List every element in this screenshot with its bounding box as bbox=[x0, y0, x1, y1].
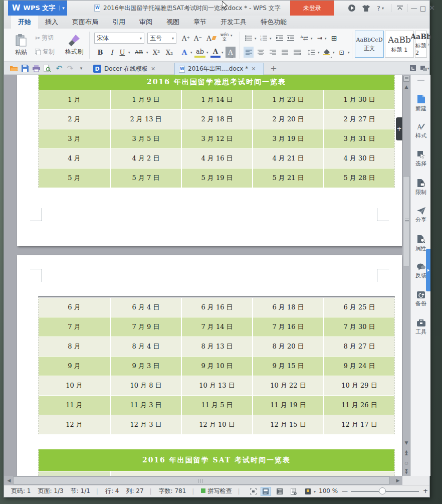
table-cell[interactable]: 4 月 2 日 bbox=[110, 149, 181, 168]
table-cell[interactable]: 1 月 14 日 bbox=[181, 90, 252, 109]
table-cell[interactable]: 3 月 12 日 bbox=[181, 129, 252, 148]
scroll-down-icon[interactable]: ▼ bbox=[402, 439, 410, 447]
table-cell[interactable]: 10 月 22 日 bbox=[252, 376, 323, 395]
italic-button[interactable]: I bbox=[107, 47, 116, 58]
table-cell[interactable]: 7 月 30 日 bbox=[323, 317, 394, 337]
table-cell[interactable]: 8 月 13 日 bbox=[181, 337, 252, 356]
insert-table-icon[interactable]: ⊞ bbox=[329, 33, 339, 44]
subscript-button[interactable]: X₂ bbox=[163, 47, 175, 58]
table-cell[interactable]: 1 月 bbox=[39, 90, 110, 109]
table-cell[interactable]: 7 月 16 日 bbox=[252, 317, 323, 337]
styles-gallery-expand-icon[interactable]: › bbox=[427, 42, 429, 47]
table-cell[interactable]: 6 月 4 日 bbox=[110, 298, 181, 317]
table-cell[interactable]: 12 月 10 日 bbox=[181, 415, 252, 434]
table-cell[interactable]: 9 月 24 日 bbox=[323, 357, 394, 376]
tab-insert[interactable]: 插入 bbox=[38, 16, 65, 29]
table-cell[interactable]: 4 月 21 日 bbox=[252, 149, 323, 168]
vertical-scroll-thumb[interactable] bbox=[403, 176, 410, 266]
chevron-down-icon[interactable]: ▾ bbox=[348, 51, 350, 55]
table-cell[interactable]: 11 月 19 日 bbox=[252, 396, 323, 415]
bold-button[interactable]: B bbox=[95, 47, 105, 58]
web-layout-icon[interactable] bbox=[289, 487, 299, 496]
cut-button[interactable]: ✂剪切 bbox=[35, 34, 54, 42]
select-browse-object-icon[interactable]: ○ bbox=[402, 459, 410, 467]
next-page-icon[interactable]: ▼▼ bbox=[402, 468, 410, 476]
chevron-down-icon[interactable]: ▾ bbox=[270, 37, 272, 41]
table-cell[interactable]: 2 月 20 日 bbox=[252, 110, 323, 129]
table-cell[interactable]: 10 月 bbox=[39, 376, 110, 395]
paragraph-dialog-launcher-icon[interactable] bbox=[329, 55, 332, 58]
font-family-select[interactable]: 宋体▾ bbox=[94, 33, 144, 44]
decrease-indent-button[interactable] bbox=[275, 33, 285, 44]
align-center-button[interactable] bbox=[256, 47, 266, 58]
table-cell[interactable]: 8 月 27 日 bbox=[323, 337, 394, 356]
close-tab-icon[interactable]: ✕ bbox=[251, 66, 256, 72]
status-word-count[interactable]: 字数: 781 bbox=[159, 487, 186, 495]
chevron-down-icon[interactable]: ▾ bbox=[231, 34, 233, 38]
zoom-in-button[interactable]: + bbox=[423, 487, 428, 494]
sidebar-item-share[interactable]: 分享 bbox=[411, 207, 431, 230]
save-icon[interactable] bbox=[20, 63, 30, 73]
table-cell[interactable]: 5 月 21 日 bbox=[252, 169, 323, 188]
table-cell[interactable]: 9 月 10 日 bbox=[181, 357, 252, 376]
table-cell[interactable]: 9 月 bbox=[39, 357, 110, 376]
table-cell[interactable]: 11 月 bbox=[39, 396, 110, 415]
borders-button[interactable]: ⊡ bbox=[337, 47, 347, 58]
close-tab-icon[interactable]: ✕ bbox=[151, 66, 155, 72]
redo-icon[interactable]: ↷ bbox=[65, 63, 75, 73]
table-cell[interactable]: 3 月 31 日 bbox=[323, 129, 394, 148]
table-cell[interactable]: 8 月 4 日 bbox=[110, 337, 181, 356]
table-cell[interactable]: 2 月 27 日 bbox=[323, 110, 394, 129]
superscript-button[interactable]: X² bbox=[150, 47, 162, 58]
open-file-icon[interactable] bbox=[9, 63, 19, 73]
tab-docer[interactable]: D Docer-在线模板 ✕ bbox=[89, 63, 174, 75]
scroll-up-icon[interactable]: ▲ bbox=[402, 83, 410, 91]
tab-page-layout[interactable]: 页面布局 bbox=[65, 16, 105, 29]
page-view-icon[interactable] bbox=[261, 487, 271, 496]
status-pages[interactable]: 页面: 1/3 bbox=[38, 487, 64, 495]
close-button[interactable]: ✕ bbox=[426, 1, 438, 16]
table-cell[interactable]: 6 月 25 日 bbox=[323, 298, 394, 317]
chevron-down-icon[interactable]: ▾ bbox=[318, 51, 320, 55]
table-cell[interactable]: 9 月 15 日 bbox=[252, 357, 323, 376]
table-cell[interactable]: 12 月 bbox=[39, 415, 110, 434]
chevron-down-icon[interactable]: ▾ bbox=[222, 51, 224, 55]
help-button[interactable]: ?▾ bbox=[373, 1, 388, 16]
zoom-out-button[interactable]: — bbox=[342, 487, 348, 494]
table-cell[interactable]: 7 月 14 日 bbox=[181, 317, 252, 337]
status-section[interactable]: 节: 1/1 bbox=[71, 487, 90, 495]
copy-button[interactable]: 复制 bbox=[35, 48, 55, 56]
ielts-table-title[interactable]: 2016 年出国留学雅思考试时间一览表 bbox=[39, 75, 394, 90]
hidden-panel-handle[interactable]: + bbox=[396, 117, 402, 140]
sidebar-item-new[interactable]: 新建 bbox=[411, 95, 431, 118]
tab-home[interactable]: 开始 bbox=[11, 16, 38, 29]
tab-settings-button[interactable]: ⇥ bbox=[315, 33, 325, 44]
chevron-down-icon[interactable]: ▾ bbox=[128, 51, 130, 55]
table-cell[interactable]: 11 月 5 日 bbox=[181, 396, 252, 415]
chevron-down-icon[interactable]: ▾ bbox=[314, 489, 316, 494]
collapse-ribbon-icon[interactable] bbox=[394, 1, 406, 16]
underline-button[interactable]: U bbox=[117, 47, 127, 58]
sidebar-item-styles[interactable]: A 样式 bbox=[411, 123, 431, 146]
table-cell[interactable]: 8 月 20 日 bbox=[252, 337, 323, 356]
chevron-down-icon[interactable]: ▾ bbox=[206, 51, 208, 55]
tab-view[interactable]: 视图 bbox=[159, 16, 186, 29]
table-cell[interactable]: 12 月 15 日 bbox=[252, 415, 323, 434]
sidebar-drag-handle[interactable] bbox=[417, 80, 424, 81]
undo-icon[interactable]: ↶ bbox=[54, 63, 64, 73]
status-column[interactable]: 列: 27 bbox=[126, 487, 143, 495]
grow-font-button[interactable]: A⁺ bbox=[180, 33, 191, 44]
tab-developer[interactable]: 开发工具 bbox=[213, 16, 254, 29]
font-size-select[interactable]: 五号▾ bbox=[147, 33, 176, 44]
table-cell[interactable]: 6 月 bbox=[39, 298, 110, 317]
table-cell[interactable]: 7 月 bbox=[39, 317, 110, 337]
table-cell[interactable]: 11 月 26 日 bbox=[323, 396, 394, 415]
scroll-left-icon[interactable]: ◀ bbox=[5, 476, 13, 485]
chevron-down-icon[interactable]: ▾ bbox=[146, 51, 148, 55]
text-effects-button[interactable]: A bbox=[179, 47, 189, 58]
table-cell[interactable]: 2 月 13 日 bbox=[110, 110, 181, 129]
skin-icon[interactable] bbox=[360, 1, 372, 16]
justify-button[interactable] bbox=[280, 47, 290, 58]
table-cell[interactable]: 10 月 29 日 bbox=[323, 376, 394, 395]
highlight-color-button[interactable]: ab bbox=[194, 47, 205, 58]
